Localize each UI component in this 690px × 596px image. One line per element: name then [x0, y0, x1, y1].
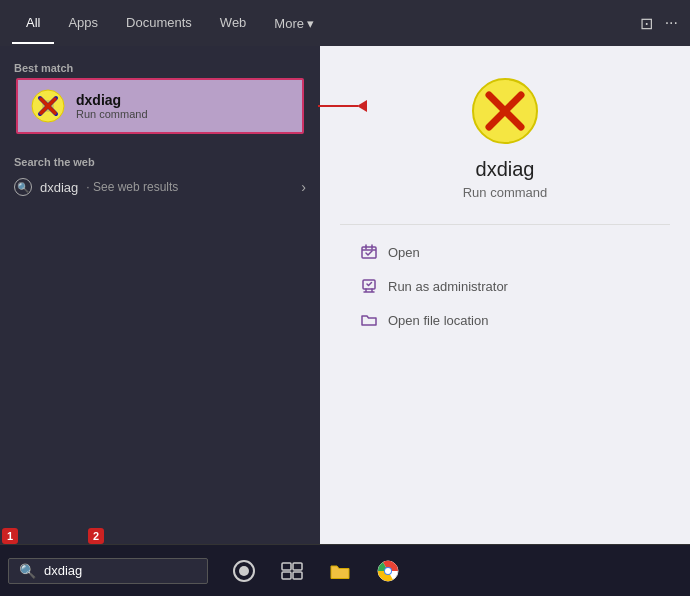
- svg-rect-10: [293, 563, 302, 570]
- svg-rect-9: [282, 563, 291, 570]
- action-list: Open Run as administrator: [340, 235, 670, 337]
- app-type-large: Run command: [463, 185, 548, 200]
- taskbar: 1 🔍 2: [0, 544, 690, 596]
- action-file-location-label: Open file location: [388, 313, 488, 328]
- nav-tab-web[interactable]: Web: [206, 3, 261, 44]
- search-box[interactable]: 🔍: [8, 558, 208, 584]
- chevron-right-icon: ›: [301, 179, 306, 195]
- dxdiag-icon-large: [470, 76, 540, 146]
- badge-2: 2: [88, 528, 104, 544]
- nav-tab-more[interactable]: More: [260, 3, 328, 44]
- taskbar-chrome-icon[interactable]: [372, 555, 404, 587]
- web-search-icon: 🔍: [14, 178, 32, 196]
- svg-rect-12: [293, 572, 302, 579]
- bookmark-icon[interactable]: ⊡: [640, 14, 653, 33]
- top-nav: All Apps Documents Web More ⊡ ···: [0, 0, 690, 46]
- arrow-head-icon: [357, 100, 367, 112]
- best-match-item[interactable]: dxdiag Run command: [16, 78, 304, 134]
- more-options-icon[interactable]: ···: [665, 14, 678, 33]
- arrow-line: [318, 105, 358, 107]
- search-box-icon: 🔍: [19, 563, 36, 579]
- nav-tab-documents[interactable]: Documents: [112, 3, 206, 44]
- folder-icon: [360, 311, 378, 329]
- svg-point-15: [385, 568, 391, 574]
- taskbar-file-explorer-icon[interactable]: [324, 555, 356, 587]
- action-divider: [340, 224, 670, 225]
- search-input[interactable]: [44, 563, 184, 578]
- taskbar-task-view-icon[interactable]: [276, 555, 308, 587]
- web-search-left: 🔍 dxdiag · See web results: [14, 178, 178, 196]
- best-match-label: Best match: [0, 56, 320, 78]
- nav-tabs: All Apps Documents Web More: [12, 3, 640, 44]
- open-icon: [360, 243, 378, 261]
- search-window: All Apps Documents Web More ⊡ ··· Best m…: [0, 0, 690, 596]
- action-open[interactable]: Open: [360, 235, 650, 269]
- action-admin-label: Run as administrator: [388, 279, 508, 294]
- dxdiag-icon-small: [30, 88, 66, 124]
- badge-1: 1: [2, 528, 18, 544]
- arrow-annotation: [318, 100, 367, 112]
- web-search-query: dxdiag: [40, 180, 78, 195]
- taskbar-cortana-icon[interactable]: [228, 555, 260, 587]
- best-match-name: dxdiag: [76, 92, 148, 108]
- taskbar-icons: [228, 555, 404, 587]
- right-panel: dxdiag Run command Open: [320, 46, 690, 544]
- chevron-down-icon: [307, 16, 314, 31]
- action-run-as-admin[interactable]: Run as administrator: [360, 269, 650, 303]
- action-open-label: Open: [388, 245, 420, 260]
- svg-rect-5: [362, 247, 376, 258]
- web-search-link: · See web results: [86, 180, 178, 194]
- web-search-item[interactable]: 🔍 dxdiag · See web results ›: [0, 172, 320, 202]
- nav-actions: ⊡ ···: [640, 14, 678, 33]
- admin-icon: [360, 277, 378, 295]
- best-match-text: dxdiag Run command: [76, 92, 148, 120]
- action-open-file-location[interactable]: Open file location: [360, 303, 650, 337]
- content-area: Best match: [0, 46, 690, 544]
- svg-point-8: [239, 566, 249, 576]
- app-name-large: dxdiag: [476, 158, 535, 181]
- left-panel: Best match: [0, 46, 320, 544]
- svg-rect-11: [282, 572, 291, 579]
- nav-tab-apps[interactable]: Apps: [54, 3, 112, 44]
- nav-tab-all[interactable]: All: [12, 3, 54, 44]
- best-match-sub: Run command: [76, 108, 148, 120]
- web-search-label: Search the web: [0, 150, 320, 172]
